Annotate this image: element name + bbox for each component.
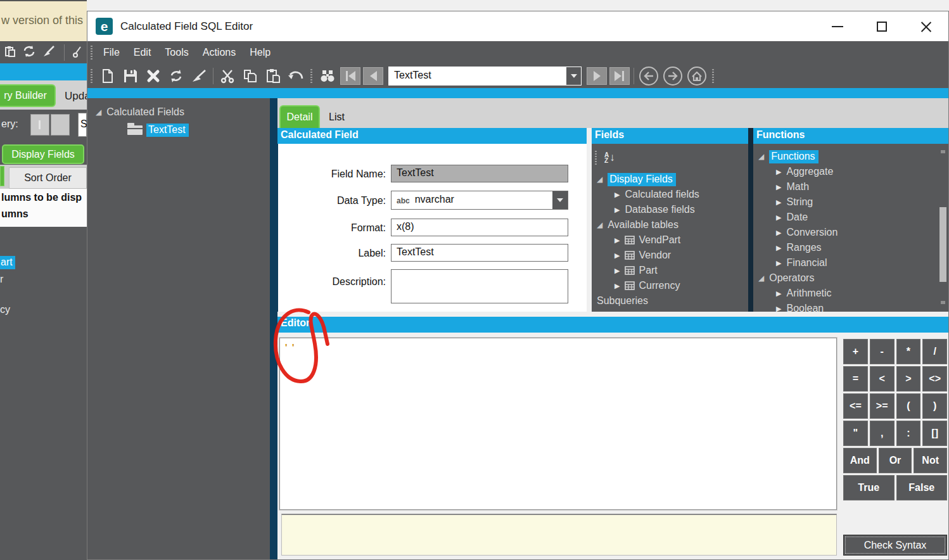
combobox-dropdown-button[interactable] (566, 67, 581, 85)
maximize-button[interactable] (860, 11, 904, 41)
tree-item-display-fields[interactable]: ◢Display Fields (592, 172, 748, 187)
collapsed-arrow-icon[interactable]: ▶ (615, 251, 620, 260)
menu-actions[interactable]: Actions (196, 47, 243, 58)
tree-item-arithmetic[interactable]: ▶Arithmetic (753, 286, 948, 301)
op-quote-button[interactable]: " (843, 421, 868, 446)
collapsed-arrow-icon[interactable]: ▶ (776, 213, 781, 222)
menu-file[interactable]: File (96, 47, 127, 58)
op-less-equal-button[interactable]: <= (843, 393, 868, 419)
refresh-icon[interactable] (22, 45, 36, 60)
expanded-arrow-icon[interactable]: ◢ (597, 175, 602, 184)
prev-record-button[interactable] (363, 67, 383, 85)
op-minus-button[interactable]: - (870, 339, 895, 364)
tree-item-calculated-fields[interactable]: ▶Calculated fields (592, 187, 748, 202)
panel-splitter[interactable] (270, 98, 277, 559)
format-input[interactable]: x(8) (391, 219, 568, 236)
functions-scrollbar-thumb[interactable] (939, 207, 946, 282)
cut-button[interactable] (216, 66, 239, 86)
paste-icon[interactable] (4, 45, 16, 60)
op-equals-button[interactable]: = (843, 366, 868, 391)
undo-button[interactable] (284, 66, 307, 86)
tree-item-aggregate[interactable]: ▶Aggregate (753, 164, 948, 179)
tab-display-fields[interactable]: Display Fields (2, 144, 84, 164)
tab-green-sliver[interactable] (0, 166, 4, 186)
tree-item-database-fields[interactable]: ▶Database fields (592, 202, 748, 217)
field-name-input[interactable]: TextTest (391, 165, 568, 182)
tree-item-texttest[interactable]: TextTest (127, 124, 189, 137)
collapsed-arrow-icon[interactable]: ▶ (776, 183, 781, 191)
refresh-button[interactable] (165, 66, 188, 86)
expanded-arrow-icon[interactable]: ◢ (96, 108, 101, 117)
tab-sort-order[interactable]: Sort Order (9, 167, 87, 189)
op-or-button[interactable]: Or (879, 448, 912, 473)
op-greater-equal-button[interactable]: >= (870, 393, 895, 419)
clean-icon[interactable] (42, 45, 56, 60)
title-bar[interactable]: e Calculated Field SQL Editor (87, 11, 948, 41)
collapsed-arrow-icon[interactable]: ▶ (615, 206, 620, 214)
op-open-paren-button[interactable]: ( (896, 393, 921, 419)
collapsed-arrow-icon[interactable]: ▶ (776, 305, 781, 312)
cut-icon-partial[interactable] (73, 45, 82, 60)
new-button[interactable] (96, 66, 119, 86)
toolbar-grip[interactable] (91, 69, 92, 83)
search-box-fragment[interactable]: S (78, 113, 87, 137)
collapsed-arrow-icon[interactable]: ▶ (776, 168, 781, 176)
tree-item-vendpart[interactable]: ▶VendPart (592, 232, 748, 248)
tree-item-part[interactable]: ▶Part (592, 263, 748, 278)
op-true-button[interactable]: True (843, 475, 895, 500)
op-and-button[interactable]: And (843, 448, 877, 473)
menu-edit[interactable]: Edit (127, 47, 158, 58)
expanded-arrow-icon[interactable]: ◢ (758, 152, 764, 161)
menu-help[interactable]: Help (243, 47, 277, 58)
copy-button[interactable] (239, 66, 262, 86)
record-selector-combobox[interactable]: TextTest (388, 67, 582, 86)
op-not-button[interactable]: Not (914, 448, 947, 473)
tree-item-financial[interactable]: ▶Financial (753, 255, 948, 270)
menu-tools[interactable]: Tools (158, 47, 195, 58)
op-brackets-button[interactable]: [] (922, 421, 947, 446)
tree-item-subqueries[interactable]: Subqueries (592, 293, 748, 309)
toolbar-grip[interactable] (712, 69, 714, 83)
delete-button[interactable] (142, 66, 165, 86)
data-type-combobox[interactable]: abc nvarchar (391, 191, 568, 210)
forward-button[interactable] (663, 67, 682, 86)
op-comma-button[interactable]: , (870, 421, 895, 446)
tree-item-functions[interactable]: ◢Functions (753, 149, 948, 164)
scrollbar-up-arrow[interactable] (941, 150, 945, 153)
close-button[interactable] (904, 11, 948, 41)
prev-record-button[interactable] (51, 114, 70, 136)
tab-list[interactable]: List (320, 111, 345, 128)
tree-item-math[interactable]: ▶Math (753, 179, 948, 194)
clean-button[interactable] (188, 66, 210, 86)
op-greater-than-button[interactable]: > (896, 366, 921, 391)
collapsed-arrow-icon[interactable]: ▶ (776, 229, 781, 237)
tab-query-builder[interactable]: ry Builder (0, 84, 56, 107)
op-plus-button[interactable]: + (843, 339, 868, 364)
op-colon-button[interactable]: : (896, 421, 921, 446)
back-button[interactable] (639, 67, 658, 86)
paste-button[interactable] (262, 66, 284, 86)
collapsed-arrow-icon[interactable]: ▶ (615, 282, 620, 290)
tab-detail[interactable]: Detail (279, 105, 320, 128)
sort-toolbar-grip[interactable] (595, 151, 597, 165)
scrollbar-down-arrow[interactable] (941, 301, 945, 304)
tree-item-cy-fragment[interactable]: cy (0, 304, 10, 315)
tree-item-boolean[interactable]: ▶Boolean (753, 301, 948, 312)
tree-item-currency[interactable]: ▶Currency (592, 278, 748, 293)
data-type-dropdown-button[interactable] (552, 191, 568, 209)
save-button[interactable] (119, 66, 142, 86)
collapsed-arrow-icon[interactable]: ▶ (615, 236, 620, 245)
tree-item-operators[interactable]: ◢Operators (753, 270, 948, 286)
tree-item-part-fragment[interactable]: art (0, 256, 15, 269)
toolbar-grip[interactable] (310, 69, 312, 83)
minimize-button[interactable] (815, 11, 860, 41)
tree-item-r-fragment[interactable]: r (0, 274, 3, 285)
expanded-arrow-icon[interactable]: ◢ (597, 220, 602, 229)
menubar-grip[interactable] (91, 46, 92, 60)
tree-item-string[interactable]: ▶String (753, 194, 948, 210)
tree-item-calculated-fields[interactable]: ◢ Calculated Fields (96, 106, 184, 118)
op-close-paren-button[interactable]: ) (922, 393, 947, 419)
op-false-button[interactable]: False (896, 475, 948, 500)
op-not-equal-button[interactable]: <> (922, 366, 947, 391)
op-divide-button[interactable]: / (922, 339, 947, 364)
